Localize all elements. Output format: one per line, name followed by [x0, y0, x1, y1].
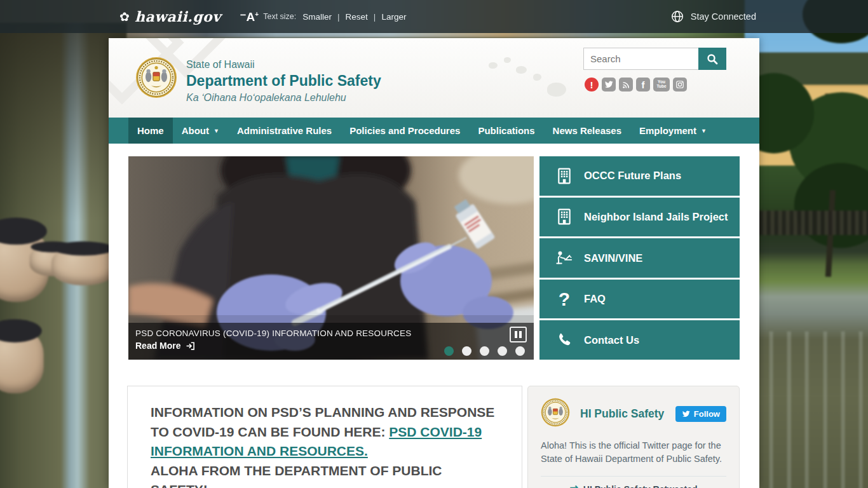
follow-button[interactable]: Follow	[675, 406, 726, 422]
person-computer-icon	[553, 250, 575, 266]
carousel-dot-3[interactable]	[480, 346, 489, 356]
text-size-control: ⁻A+ Text size:	[240, 11, 297, 23]
quick-link-faq[interactable]: ? FAQ	[539, 280, 740, 319]
carousel-caption: PSD CORONAVIRUS (COVID-19) INFORMATION A…	[135, 329, 526, 338]
twitter-widget: HI Public Safety Follow Aloha! This is t…	[527, 386, 740, 488]
twitter-icon[interactable]	[602, 78, 616, 92]
chevron-down-icon: ▼	[701, 128, 707, 134]
carousel-dot-2[interactable]	[462, 346, 471, 356]
separator: |	[337, 12, 340, 22]
instagram-icon[interactable]	[673, 78, 687, 92]
carousel-dots	[444, 346, 525, 356]
question-icon: ?	[553, 290, 575, 309]
utility-bar: ✿ hawaii.gov ⁻A+ Text size: Smaller | Re…	[0, 0, 868, 33]
agency-title: Department of Public Safety	[186, 72, 381, 89]
nav-item-publications[interactable]: Publications	[469, 118, 543, 144]
text-size-label: Text size:	[263, 12, 296, 21]
pond-stone	[0, 328, 44, 393]
quick-link-savin-vine[interactable]: SAVIN/VINE	[539, 238, 740, 278]
read-more-link[interactable]: Read More	[135, 341, 195, 351]
quick-links: OCCC Future Plans Neighbor Island Jails …	[539, 156, 740, 360]
carousel-dot-5[interactable]	[515, 346, 525, 356]
rss-icon[interactable]	[619, 78, 633, 92]
page-container: State of Hawaii Department of Public Saf…	[109, 38, 759, 488]
aloha-line: ALOHA FROM THE DEPARTMENT OF PUBLIC SAFE…	[151, 461, 499, 488]
phone-icon	[553, 332, 575, 348]
sign-in-arrow-icon	[186, 341, 195, 351]
chevron-down-icon: ▼	[214, 128, 219, 134]
hibiscus-icon: ✿	[119, 11, 130, 23]
hawaii-gov-label: hawaii.gov	[135, 8, 221, 25]
twitter-account-name[interactable]: HI Public Safety	[580, 407, 664, 421]
text-larger-link[interactable]: Larger	[381, 12, 406, 22]
nav-item-administrative-rules[interactable]: Administrative Rules	[228, 118, 341, 144]
text-size-icon: ⁻A+	[240, 11, 259, 23]
agency-hawaiian-title: Ka ʻOihana Hoʻopalekana Lehulehu	[186, 92, 381, 104]
main-nav: Home About▼ Administrative Rules Policie…	[109, 118, 759, 144]
search-input[interactable]	[583, 48, 698, 70]
building-icon	[553, 166, 575, 186]
covid-info-text: INFORMATION ON PSD’S PLANNING AND RESPON…	[151, 403, 499, 488]
search-icon	[707, 53, 718, 65]
nav-item-policies-and-procedures[interactable]: Policies and Procedures	[341, 118, 469, 144]
nav-item-home[interactable]: Home	[128, 118, 173, 144]
quick-link-occc-future-plans[interactable]: OCCC Future Plans	[539, 156, 740, 196]
youtube-icon[interactable]: You Tube	[653, 78, 670, 92]
text-smaller-link[interactable]: Smaller	[302, 12, 332, 22]
covid-info-card: INFORMATION ON PSD’S PLANNING AND RESPON…	[127, 386, 522, 488]
twitter-bird-icon	[682, 410, 690, 418]
content-area: PSD CORONAVIRUS (COVID-19) INFORMATION A…	[109, 144, 759, 488]
carousel-dot-4[interactable]	[498, 346, 507, 356]
separator: |	[374, 12, 376, 22]
retweeted-label: ⇄ HI Public Safety Retweeted	[541, 484, 726, 488]
carousel-dot-1[interactable]	[444, 346, 454, 356]
globe-icon	[670, 10, 684, 24]
pond-stone	[51, 247, 116, 285]
quick-link-neighbor-island-jails[interactable]: Neighbor Island Jails Project	[539, 198, 740, 237]
text-reset-link[interactable]: Reset	[346, 12, 368, 22]
nav-item-employment[interactable]: Employment▼	[630, 118, 715, 144]
stay-connected-link[interactable]: Stay Connected	[670, 10, 756, 24]
carousel-caption-bar: PSD CORONAVIRUS (COVID-19) INFORMATION A…	[128, 323, 534, 360]
alert-icon[interactable]: !	[585, 78, 599, 92]
facebook-icon[interactable]: f	[636, 78, 650, 92]
agency-supertitle: State of Hawaii	[186, 59, 381, 71]
twitter-bio: Aloha! This is the official Twitter page…	[541, 439, 726, 466]
building-icon	[553, 207, 575, 226]
carousel-pause-button[interactable]	[510, 327, 527, 342]
quick-link-contact-us[interactable]: Contact Us	[539, 320, 740, 360]
carousel: PSD CORONAVIRUS (COVID-19) INFORMATION A…	[128, 156, 534, 360]
search-button[interactable]	[698, 48, 726, 70]
twitter-avatar-seal[interactable]	[541, 398, 570, 430]
divider	[541, 476, 726, 477]
hawaii-gov-logo[interactable]: ✿ hawaii.gov	[119, 8, 221, 25]
search-box	[583, 48, 726, 70]
stay-connected-label: Stay Connected	[691, 11, 756, 22]
nav-item-news-releases[interactable]: News Releases	[544, 118, 630, 144]
social-icons: ! f You Tube	[585, 78, 687, 92]
retweet-icon: ⇄	[569, 484, 578, 488]
state-seal	[135, 57, 177, 101]
site-header: State of Hawaii Department of Public Saf…	[109, 38, 759, 118]
nav-item-about[interactable]: About▼	[173, 118, 228, 144]
